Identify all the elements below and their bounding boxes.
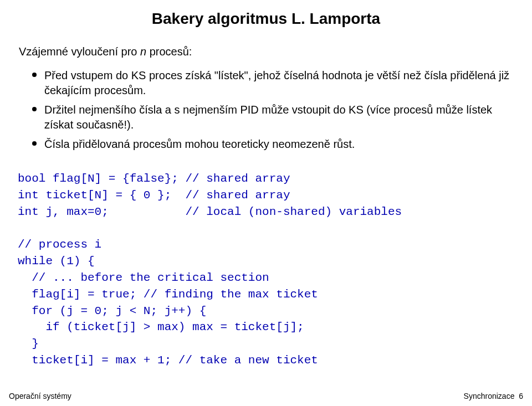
slide-title: Bakery algoritmus L. Lamporta [17, 10, 515, 28]
bullet-icon [32, 73, 37, 77]
intro-line: Vzájemné vyloučení pro n procesů: [19, 45, 515, 58]
list-item: Držitel nejmenšího čísla a s nejmenším P… [32, 102, 515, 132]
slide-container: Bakery algoritmus L. Lamporta Vzájemné v… [0, 0, 532, 406]
bullet-text: Držitel nejmenšího čísla a s nejmenším P… [44, 102, 515, 132]
list-item: Před vstupem do KS proces získá "lístek"… [32, 68, 515, 98]
code-block: bool flag[N] = {false}; // shared array … [18, 171, 515, 369]
footer-left: Operační systémy [9, 392, 71, 400]
footer-section: Synchronizace [464, 392, 515, 400]
bullet-text: Čísla přidělovaná procesům mohou teoreti… [44, 137, 355, 152]
footer-right: Synchronizace 6 [464, 392, 523, 400]
bullet-list: Před vstupem do KS proces získá "lístek"… [32, 68, 515, 156]
intro-italic: n [140, 45, 146, 58]
bullet-text: Před vstupem do KS proces získá "lístek"… [44, 68, 515, 98]
intro-suffix: procesů: [146, 45, 192, 58]
bullet-icon [32, 107, 37, 111]
bullet-icon [32, 141, 37, 146]
intro-prefix: Vzájemné vyloučení pro [19, 45, 140, 58]
slide-footer: Operační systémy Synchronizace 6 [9, 392, 523, 400]
footer-page-number: 6 [519, 392, 523, 400]
list-item: Čísla přidělovaná procesům mohou teoreti… [32, 137, 515, 152]
